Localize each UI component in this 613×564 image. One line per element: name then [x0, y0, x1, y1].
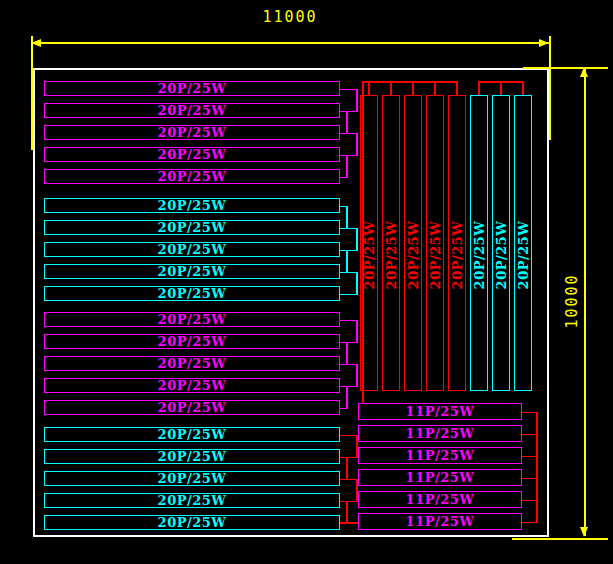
panel-connector	[340, 435, 356, 437]
panel-connector	[346, 206, 348, 230]
heating-panel: 20P/25W	[44, 449, 340, 464]
dim-arrow-bottom	[580, 527, 588, 537]
heating-panel-vertical: 20P/25W	[470, 95, 488, 391]
panel-label: 20P/25W	[158, 220, 227, 235]
panel-connector	[346, 155, 348, 179]
manifold-stub	[500, 81, 502, 95]
heating-panel-11p: 11P/25W	[358, 403, 522, 420]
heating-panel-vertical: 20P/25W	[492, 95, 510, 391]
return-trunk	[536, 412, 538, 522]
heating-panel-vertical: 20P/25W	[382, 95, 400, 391]
heating-panel: 20P/25W	[44, 147, 340, 162]
panel-label: 20P/25W	[428, 220, 443, 289]
heating-panel: 20P/25W	[44, 471, 340, 486]
panel-label: 20P/25W	[158, 400, 227, 415]
cad-drawing-canvas: 20P/25W20P/25W20P/25W20P/25W20P/25W20P/2…	[0, 0, 613, 564]
heating-panel: 20P/25W	[44, 312, 340, 327]
heating-panel: 20P/25W	[44, 125, 340, 140]
panel-label: 20P/25W	[384, 220, 399, 289]
heating-panel: 20P/25W	[44, 493, 340, 508]
heating-panel: 20P/25W	[44, 286, 340, 301]
dim-arrow-top	[580, 67, 588, 77]
heating-panel-vertical: 20P/25W	[404, 95, 422, 391]
panel-connector	[340, 228, 356, 230]
panel-label: 20P/25W	[158, 493, 227, 508]
panel-label: 20P/25W	[158, 286, 227, 301]
heating-panel-11p: 11P/25W	[358, 469, 522, 486]
panel-connector	[340, 133, 356, 135]
panel-connector	[346, 386, 348, 410]
panel-connector	[340, 320, 356, 322]
panel-label: 20P/25W	[158, 449, 227, 464]
panel-connector	[356, 228, 358, 252]
panel-label: 20P/25W	[158, 312, 227, 327]
heating-panel-vertical: 20P/25W	[448, 95, 466, 391]
extension-line	[512, 538, 608, 540]
dimension-label-height: 10000	[563, 273, 581, 328]
panel-label: 20P/25W	[158, 198, 227, 213]
heating-panel-11p: 11P/25W	[358, 447, 522, 464]
panel-label: 20P/25W	[158, 147, 227, 162]
dim-arrow-right	[539, 39, 549, 47]
dimension-label-width: 11000	[262, 8, 317, 26]
panel-label: 20P/25W	[158, 427, 227, 442]
panel-connector	[356, 133, 358, 157]
extension-line	[523, 67, 608, 69]
manifold-line	[362, 81, 458, 83]
heating-panel: 20P/25W	[44, 334, 340, 349]
heating-panel: 20P/25W	[44, 103, 340, 118]
heating-panel-11p: 11P/25W	[358, 425, 522, 442]
heating-panel: 20P/25W	[44, 220, 340, 235]
panel-label: 11P/25W	[406, 492, 475, 507]
panel-label: 20P/25W	[158, 125, 227, 140]
manifold-stub	[368, 81, 370, 95]
panel-label: 20P/25W	[158, 264, 227, 279]
panel-connector	[340, 89, 356, 91]
panel-label: 20P/25W	[516, 220, 531, 289]
panel-connector	[356, 272, 358, 296]
manifold-stub	[478, 81, 480, 95]
heating-panel: 20P/25W	[44, 242, 340, 257]
panel-label: 11P/25W	[406, 404, 475, 419]
panel-connector	[346, 250, 348, 274]
heating-panel: 20P/25W	[44, 198, 340, 213]
manifold-stub	[390, 81, 392, 95]
extension-line	[31, 36, 33, 150]
heating-panel-vertical: 20P/25W	[514, 95, 532, 391]
manifold-stub	[434, 81, 436, 95]
heating-panel: 20P/25W	[44, 169, 340, 184]
panel-label: 20P/25W	[158, 471, 227, 486]
panel-label: 20P/25W	[406, 220, 421, 289]
panel-connector	[346, 457, 348, 481]
panel-label: 11P/25W	[406, 448, 475, 463]
supply-trunk	[362, 81, 364, 404]
panel-connector	[346, 342, 348, 366]
panel-label: 20P/25W	[158, 103, 227, 118]
heating-panel: 20P/25W	[44, 81, 340, 96]
panel-connector	[356, 320, 358, 344]
manifold-stub	[412, 81, 414, 95]
manifold-stub	[522, 81, 524, 95]
heating-panel-11p: 11P/25W	[358, 491, 522, 508]
panel-label: 20P/25W	[158, 81, 227, 96]
extension-line	[549, 36, 551, 140]
heating-panel: 20P/25W	[44, 515, 340, 530]
panel-label: 20P/25W	[158, 334, 227, 349]
panel-connector	[340, 294, 356, 296]
panel-label: 20P/25W	[158, 515, 227, 530]
heating-panel: 20P/25W	[44, 264, 340, 279]
panel-connector	[346, 111, 348, 135]
panel-label: 20P/25W	[362, 220, 377, 289]
panel-label: 20P/25W	[158, 356, 227, 371]
panel-connector	[340, 522, 358, 524]
manifold-stub	[456, 81, 458, 95]
panel-connector	[522, 522, 538, 524]
panel-label: 20P/25W	[494, 220, 509, 289]
panel-label: 11P/25W	[406, 514, 475, 529]
panel-connector	[340, 272, 356, 274]
panel-label: 11P/25W	[406, 470, 475, 485]
panel-connector	[340, 364, 356, 366]
panel-label: 20P/25W	[450, 220, 465, 289]
panel-connector	[346, 501, 348, 525]
panel-connector	[356, 89, 358, 113]
